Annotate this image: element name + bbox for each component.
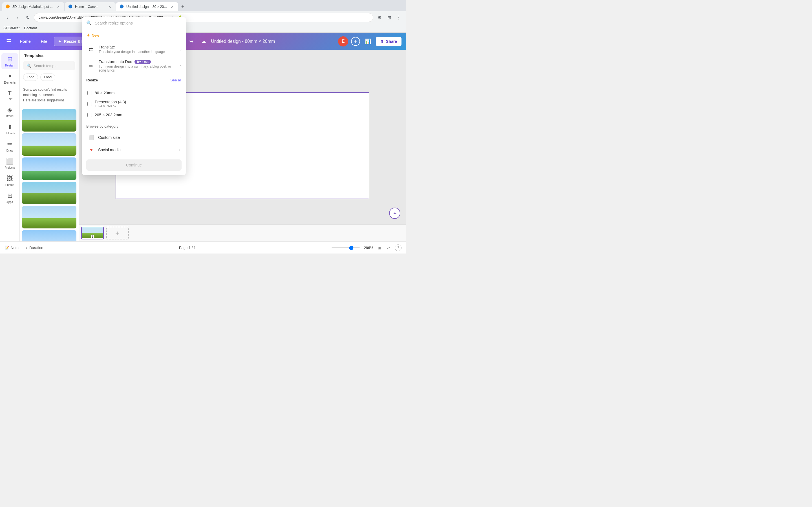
notes-button[interactable]: 📝 Notes	[4, 245, 20, 250]
translate-desc: Translate your design into another langu…	[99, 50, 177, 54]
template-item-6[interactable]	[22, 230, 77, 241]
resize-option-label-1: 80 × 20mm	[95, 91, 114, 95]
sidebar-item-design[interactable]: ⊞ Design	[1, 53, 18, 69]
redo-button[interactable]: ↪	[186, 36, 196, 47]
help-button[interactable]: ?	[395, 244, 402, 251]
resize-option-content-2: Presentation (4:3) 1024 × 768 px	[95, 100, 126, 108]
resize-option-3[interactable]: 205 × 203.2mm	[86, 110, 182, 119]
browser-tabs: 🟠 3D design Makdrake pot – RE... × 🔵 Hom…	[0, 0, 406, 11]
resize-checkbox-3[interactable]	[87, 113, 92, 117]
search-input[interactable]	[34, 64, 81, 68]
sidebar-item-uploads[interactable]: ⬆ Uploads	[1, 121, 18, 137]
filter-pills: Logo Food	[20, 73, 79, 83]
cloud-save-button[interactable]: ☁	[199, 36, 209, 47]
split-screen-icon[interactable]: ⊞	[385, 13, 393, 21]
browse-item-social-label: Social media	[98, 148, 176, 152]
share-button[interactable]: ⬆ Share	[376, 37, 402, 46]
sidebar-label-design: Design	[5, 64, 14, 67]
tab-2-favicon: 🔵	[68, 4, 73, 9]
tab-1-close[interactable]: ×	[56, 4, 61, 9]
star-icon: ✦	[86, 33, 90, 38]
resize-icon: ✦	[58, 39, 61, 44]
browse-title: Browse by category	[86, 124, 182, 128]
duration-button[interactable]: ▷ Duration	[25, 245, 43, 250]
forward-button[interactable]: ›	[13, 13, 21, 21]
transform-doc-item[interactable]: ⇒ Transform into Doc Try it out Turn you…	[82, 57, 186, 75]
app-container: ☰ Home File ✦ Resize & Magic Switch ↩ ↪ …	[0, 33, 406, 253]
tab-2-close[interactable]: ×	[107, 4, 112, 9]
see-all-link[interactable]: See all	[170, 78, 182, 82]
sidebar-item-projects[interactable]: ⬜ Projects	[1, 156, 18, 172]
stats-button[interactable]: 📊	[363, 36, 373, 47]
pill-food[interactable]: Food	[40, 73, 55, 81]
grid-view-button[interactable]: ⊞	[375, 244, 384, 252]
template-item-4[interactable]	[22, 182, 77, 204]
toolbar-icons: ⚙ ⊞ ⋮	[375, 13, 403, 21]
template-item-1[interactable]	[22, 109, 77, 131]
dropdown-search-input[interactable]	[95, 21, 182, 25]
document-title[interactable]: Untitled design - 80mm × 20mm	[211, 39, 275, 44]
sidebar-label-projects: Projects	[4, 166, 15, 169]
browse-item-custom[interactable]: ⬜ Custom size ›	[86, 131, 182, 144]
sidebar-item-draw[interactable]: ✏ Draw	[1, 138, 18, 154]
template-item-2[interactable]	[22, 133, 77, 156]
thumbnail-page-1[interactable]: 1	[81, 227, 104, 239]
resize-checkbox-2[interactable]	[87, 102, 92, 106]
add-collaborator-button[interactable]: +	[351, 37, 360, 46]
sidebar-item-text[interactable]: T Text	[1, 88, 18, 103]
pill-logo[interactable]: Logo	[23, 73, 38, 81]
resize-section-header: Resize See all	[82, 75, 186, 83]
bookmark-steamcat[interactable]: STEAMcat	[3, 26, 19, 30]
resize-option-1[interactable]: 80 × 20mm	[86, 89, 182, 98]
profile-icon[interactable]: ⚙	[375, 13, 384, 21]
ai-assistant-button[interactable]: ✦	[389, 208, 400, 219]
sidebar-item-brand[interactable]: ◈ Brand	[1, 104, 18, 120]
templates-panel: Templates 🔍 Logo Food Sorry, we couldn't…	[20, 50, 79, 241]
resize-checkbox-1[interactable]	[87, 91, 92, 95]
browse-item-custom-label: Custom size	[98, 135, 176, 140]
reload-button[interactable]: ↻	[24, 13, 32, 21]
photos-icon: 🖼	[7, 175, 13, 182]
new-tab-button[interactable]: +	[179, 3, 187, 11]
template-item-3[interactable]	[22, 158, 77, 180]
more-options-icon[interactable]: ⋮	[395, 13, 403, 21]
hamburger-button[interactable]: ☰	[4, 36, 13, 47]
brand-icon: ◈	[7, 106, 12, 114]
sorry-message: Sorry, we couldn't find results matching…	[20, 83, 79, 107]
sidebar-item-elements[interactable]: ✦ Elements	[1, 70, 18, 87]
sidebar-item-photos[interactable]: 🖼 Photos	[1, 173, 18, 189]
sidebar-label-photos: Photos	[5, 183, 14, 186]
browse-item-social[interactable]: ♥ Social media ›	[86, 144, 182, 156]
sidebar-item-apps[interactable]: ⊞ Apps	[1, 190, 18, 206]
resize-option-2[interactable]: Presentation (4:3) 1024 × 768 px	[86, 98, 182, 110]
browser-tab-1[interactable]: 🟠 3D design Makdrake pot – RE... ×	[2, 2, 64, 11]
browser-tab-2[interactable]: 🔵 Home – Canva ×	[65, 2, 116, 11]
user-avatar[interactable]: E	[338, 36, 348, 47]
bookmark-doctorat[interactable]: Doctorat	[24, 26, 37, 30]
tab-1-favicon: 🟠	[6, 4, 10, 9]
transform-arrow: ›	[180, 64, 182, 68]
tab-3-close[interactable]: ×	[170, 4, 175, 9]
template-item-5[interactable]	[22, 206, 77, 228]
transform-title: Transform into Doc Try it out	[99, 59, 177, 64]
fullscreen-button[interactable]: ⤢	[385, 244, 393, 252]
zoom-slider[interactable]	[332, 247, 360, 248]
file-button[interactable]: File	[38, 38, 51, 45]
duration-icon: ▷	[25, 245, 28, 250]
top-bar-right: E + 📊 ⬆ Share	[338, 36, 402, 47]
add-page-button[interactable]: +	[106, 227, 129, 239]
new-label: New	[92, 33, 99, 38]
draw-icon: ✏	[7, 140, 12, 148]
continue-button[interactable]: Continue	[86, 159, 182, 171]
tab-2-title: Home – Canva	[75, 5, 105, 9]
canvas-thumbnail-strip: 1 +	[79, 224, 406, 241]
home-button[interactable]: Home	[16, 38, 34, 45]
template-list	[20, 107, 79, 241]
transform-icon: ⇒	[86, 61, 95, 70]
back-button[interactable]: ‹	[3, 13, 11, 21]
browser-tab-3[interactable]: 🔵 Untitled design – 80 × 20mm ×	[116, 2, 178, 11]
translate-title: Translate	[99, 45, 177, 49]
dropdown-search-icon: 🔍	[86, 20, 92, 25]
zoom-level: 296%	[362, 245, 373, 250]
translate-item[interactable]: ⇄ Translate Translate your design into a…	[82, 42, 186, 57]
